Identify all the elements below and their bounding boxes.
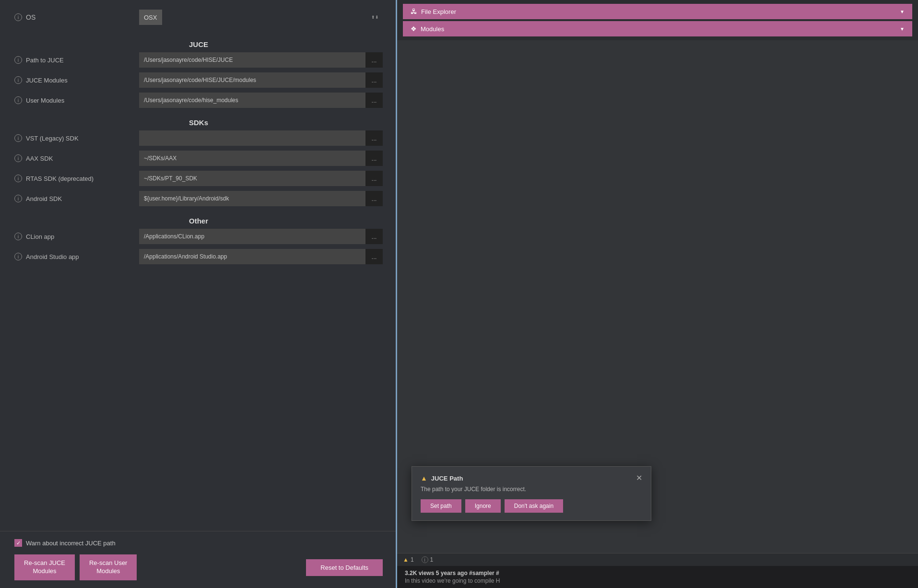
settings-content: i OS OSX JUCE i Path to JUCE ... i <box>0 0 397 531</box>
video-desc: In this video we're going to compile H <box>405 577 910 584</box>
status-info-icon: i <box>422 556 428 563</box>
aax-sdk-input[interactable] <box>139 151 365 166</box>
rtas-sdk-label-text: RTAS SDK (deprecated) <box>26 175 94 182</box>
user-modules-row: i User Modules ... <box>14 93 383 108</box>
video-meta: 3.2K views 5 years ago #sampler # <box>405 570 910 576</box>
aax-sdk-label-text: AAX SDK <box>26 155 53 162</box>
os-label: i OS <box>14 13 139 21</box>
android-studio-info-icon[interactable]: i <box>14 253 22 260</box>
bottom-buttons: Re-scan JUCE Modules Re-scan User Module… <box>14 554 383 580</box>
android-studio-browse-btn[interactable]: ... <box>365 249 383 264</box>
os-select[interactable]: OSX <box>139 10 162 25</box>
vst-sdk-label-text: VST (Legacy) SDK <box>26 135 79 142</box>
modules-icon: ❖ <box>411 25 417 33</box>
android-sdk-row: i Android SDK ... <box>14 191 383 206</box>
juce-modules-info-icon[interactable]: i <box>14 76 22 84</box>
aax-sdk-label: i AAX SDK <box>14 154 139 162</box>
other-section-header: Other <box>14 211 383 229</box>
rtas-sdk-label: i RTAS SDK (deprecated) <box>14 175 139 182</box>
rescan-user-button[interactable]: Re-scan User Modules <box>80 554 137 580</box>
aax-sdk-browse-btn[interactable]: ... <box>365 151 383 166</box>
dialog-body: The path to your JUCE folder is incorrec… <box>421 486 642 493</box>
android-sdk-input[interactable] <box>139 191 365 206</box>
rtas-sdk-row: i RTAS SDK (deprecated) ... <box>14 171 383 186</box>
clion-info-icon[interactable]: i <box>14 233 22 240</box>
vst-sdk-label: i VST (Legacy) SDK <box>14 134 139 142</box>
status-bar: ▲ 1 i 1 <box>397 553 918 566</box>
juce-path-dialog: ▲ JUCE Path ✕ The path to your JUCE fold… <box>412 466 651 521</box>
juce-modules-label: i JUCE Modules <box>14 76 139 84</box>
modules-tab[interactable]: ❖ Modules ▼ <box>403 21 912 36</box>
modules-tab-left: ❖ Modules <box>411 25 444 33</box>
vst-sdk-browse-btn[interactable]: ... <box>365 130 383 146</box>
android-sdk-browse-btn[interactable]: ... <box>365 191 383 206</box>
clion-label: i CLion app <box>14 233 139 240</box>
android-sdk-label: i Android SDK <box>14 195 139 202</box>
aax-sdk-info-icon[interactable]: i <box>14 154 22 162</box>
bottom-area: ✓ Warn about incorrect JUCE path Re-scan… <box>0 531 397 588</box>
dont-ask-again-button[interactable]: Don't ask again <box>505 499 563 513</box>
file-explorer-label: File Explorer <box>421 8 456 15</box>
juce-section-header: JUCE <box>14 35 383 52</box>
video-meta-text: 3.2K views 5 years ago #sampler # <box>405 570 499 576</box>
path-to-juce-info-icon[interactable]: i <box>14 56 22 64</box>
set-path-button[interactable]: Set path <box>421 499 461 513</box>
modules-arrow-icon: ▼ <box>900 26 905 32</box>
user-modules-input[interactable] <box>139 93 365 108</box>
warn-row: ✓ Warn about incorrect JUCE path <box>14 539 383 547</box>
status-info-count: 1 <box>430 556 434 563</box>
video-strip: 3.2K views 5 years ago #sampler # In thi… <box>397 566 918 588</box>
warn-checkbox[interactable]: ✓ <box>14 539 22 547</box>
file-explorer-icon: 🖧 <box>411 8 417 15</box>
aax-sdk-row: i AAX SDK ... <box>14 151 383 166</box>
path-to-juce-input[interactable] <box>139 52 365 68</box>
vst-sdk-input[interactable] <box>139 130 365 146</box>
os-info-icon[interactable]: i <box>14 13 22 21</box>
user-modules-label: i User Modules <box>14 96 139 104</box>
path-to-juce-label: i Path to JUCE <box>14 56 139 64</box>
clion-browse-btn[interactable]: ... <box>365 229 383 244</box>
reset-defaults-button[interactable]: Reset to Defaults <box>306 559 383 576</box>
right-top: 🖧 File Explorer ▼ ❖ Modules ▼ <box>397 0 918 40</box>
clion-input[interactable] <box>139 229 365 244</box>
android-sdk-info-icon[interactable]: i <box>14 195 22 202</box>
dialog-buttons: Set path Ignore Don't ask again <box>421 499 642 513</box>
rtas-sdk-info-icon[interactable]: i <box>14 175 22 182</box>
android-sdk-label-text: Android SDK <box>26 195 62 202</box>
left-panel: i OS OSX JUCE i Path to JUCE ... i <box>0 0 397 588</box>
file-explorer-arrow-icon: ▼ <box>900 9 905 14</box>
os-select-wrapper: OSX <box>139 10 383 25</box>
file-explorer-tab[interactable]: 🖧 File Explorer ▼ <box>403 4 912 19</box>
ignore-button[interactable]: Ignore <box>465 499 501 513</box>
right-panel: 🖧 File Explorer ▼ ❖ Modules ▼ ▲ JUCE Pat… <box>397 0 918 588</box>
juce-modules-label-text: JUCE Modules <box>26 77 68 84</box>
android-studio-label: i Android Studio app <box>14 253 139 260</box>
clion-row: i CLion app ... <box>14 229 383 244</box>
status-warn-count: 1 <box>411 556 414 563</box>
os-row: i OS OSX <box>14 10 383 25</box>
path-to-juce-row: i Path to JUCE ... <box>14 52 383 68</box>
status-info-item: i 1 <box>422 556 434 563</box>
clion-label-text: CLion app <box>26 233 54 240</box>
vst-sdk-info-icon[interactable]: i <box>14 134 22 142</box>
path-to-juce-browse-btn[interactable]: ... <box>365 52 383 68</box>
android-studio-row: i Android Studio app ... <box>14 249 383 264</box>
juce-modules-browse-btn[interactable]: ... <box>365 72 383 88</box>
user-modules-label-text: User Modules <box>26 97 64 104</box>
rtas-sdk-browse-btn[interactable]: ... <box>365 171 383 186</box>
rescan-juce-button[interactable]: Re-scan JUCE Modules <box>14 554 75 580</box>
dialog-title: ▲ JUCE Path <box>421 474 463 482</box>
status-warn-item: ▲ 1 <box>403 556 414 563</box>
dialog-title-text: JUCE Path <box>431 475 463 482</box>
sdks-section-header: SDKs <box>14 113 383 130</box>
status-warn-icon: ▲ <box>403 556 409 563</box>
path-to-juce-label-text: Path to JUCE <box>26 57 64 64</box>
dialog-header: ▲ JUCE Path ✕ <box>421 474 642 482</box>
juce-modules-input[interactable] <box>139 72 365 88</box>
user-modules-browse-btn[interactable]: ... <box>365 93 383 108</box>
rtas-sdk-input[interactable] <box>139 171 365 186</box>
user-modules-info-icon[interactable]: i <box>14 96 22 104</box>
video-desc-text: In this video we're going to compile H <box>405 577 500 584</box>
dialog-close-button[interactable]: ✕ <box>636 474 642 482</box>
android-studio-input[interactable] <box>139 249 365 264</box>
